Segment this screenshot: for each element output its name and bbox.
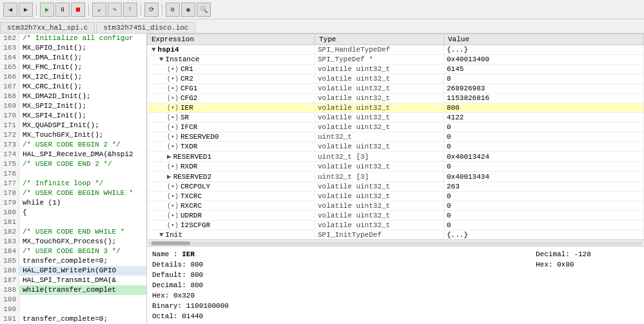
search-btn[interactable]: 🔍 <box>197 3 211 17</box>
table-row[interactable]: (•)SRvolatile uint32_t4122 <box>148 113 644 123</box>
row-prefix-icon: (•) <box>167 203 179 210</box>
expand-icon[interactable]: ▶ <box>167 172 171 181</box>
line-text: HAL_SPI_Transmit_DMA(& <box>19 276 116 285</box>
table-row[interactable]: (•)CFG1volatile uint32_t268926983 <box>148 84 644 94</box>
tab-bar: stm32h7xx_hal_spi.c stm32h745i_disco.ioc <box>0 19 644 34</box>
code-line[interactable]: 174 HAL_SPI_Receive_DMA(&hspi2 <box>0 150 146 159</box>
expr-name: RXDR <box>181 163 197 170</box>
row-prefix-icon: (•) <box>167 193 179 200</box>
detail-default-row: Default: 800 <box>152 270 523 280</box>
table-row[interactable]: (•)I2SCFGRvolatile uint32_t0 <box>148 221 644 230</box>
table-row[interactable]: (•)CFG2volatile uint32_t1153826816 <box>148 94 644 103</box>
code-line[interactable]: 180 { <box>0 208 146 218</box>
code-line[interactable]: 177 /* Infinite loop */ <box>0 179 146 188</box>
expand-icon[interactable]: ▼ <box>151 46 156 54</box>
code-line[interactable]: 189 <box>0 295 146 305</box>
code-line[interactable]: 173 /* USER CODE BEGIN 2 */ <box>0 140 146 150</box>
line-number: 162 <box>0 34 19 43</box>
resume-btn[interactable]: ▶ <box>40 3 54 17</box>
code-line[interactable]: 178 /* USER CODE BEGIN WHILE * <box>0 188 146 198</box>
table-row[interactable]: (•)IFCRvolatile uint32_t0 <box>148 123 644 132</box>
expand-icon[interactable]: ▼ <box>159 56 164 63</box>
code-line[interactable]: 171 MX_QUADSPI_Init(); <box>0 121 146 130</box>
code-line[interactable]: 169 MX_SPI2_Init(); <box>0 101 146 111</box>
expression-table-wrap[interactable]: Expression Type Value ▼hspi4SPI_HandleTy… <box>147 34 644 239</box>
table-row[interactable]: (•)CR2volatile uint32_t8 <box>148 74 644 84</box>
code-scroll[interactable]: 162 /* Initialize all configur163 MX_GPI… <box>0 34 146 324</box>
line-text: MX_FMC_Init(); <box>19 63 82 72</box>
line-number: 174 <box>0 150 19 159</box>
expr-name: RESERVED2 <box>173 173 211 181</box>
expr-value: 0x40013424 <box>444 152 644 162</box>
table-row[interactable]: ▼InstanceSPI_TypeDef *0x40013400 <box>148 55 644 65</box>
code-line[interactable]: 162 /* Initialize all configur <box>0 34 146 43</box>
code-line[interactable]: 165 MX_FMC_Init(); <box>0 63 146 72</box>
back-btn[interactable]: ◀ <box>3 3 17 17</box>
expr-value: {...} <box>444 230 644 240</box>
expand-icon[interactable]: ▶ <box>167 152 171 161</box>
row-prefix-icon: (•) <box>167 76 179 83</box>
expr-value: 268926983 <box>444 84 644 94</box>
expand-icon[interactable]: ▼ <box>159 231 164 239</box>
table-row[interactable]: ▼InitSPI_InitTypeDef{...} <box>148 230 644 240</box>
code-line[interactable]: 167 MX_CRC_Init(); <box>0 82 146 92</box>
tab-hal-spi[interactable]: stm32h7xx_hal_spi.c <box>0 22 95 33</box>
settings-btn[interactable]: ⚙ <box>166 3 180 17</box>
code-line[interactable]: 185 transfer_complete=0; <box>0 256 146 266</box>
code-line[interactable]: 179 while (1) <box>0 198 146 208</box>
table-row[interactable]: ▼hspi4SPI_HandleTypeDef{...} <box>148 45 644 55</box>
step-out-btn[interactable]: ↑ <box>123 3 137 17</box>
table-row[interactable]: (•)IERvolatile uint32_t800 <box>148 103 644 113</box>
step-over-btn[interactable]: ↷ <box>108 3 122 17</box>
table-row[interactable]: (•)TXCRCvolatile uint32_t0 <box>148 192 644 201</box>
line-number: 179 <box>0 198 19 208</box>
table-row[interactable]: ▶RESERVED1uint32_t [3]0x40013424 <box>148 152 644 162</box>
expr-name: TXDR <box>181 143 197 150</box>
table-row[interactable]: (•)CRCPOLYvolatile uint32_t263 <box>148 182 644 192</box>
code-line[interactable]: 170 MX_SPI4_Init(); <box>0 111 146 121</box>
table-row[interactable]: (•)RESERVED0uint32_t0 <box>148 132 644 142</box>
table-row[interactable]: (•)TXDRvolatile uint32_t0 <box>148 142 644 152</box>
code-line[interactable]: 183 MX_TouchGFX_Process(); <box>0 237 146 247</box>
code-line[interactable]: 187 HAL_SPI_Transmit_DMA(& <box>0 276 146 285</box>
table-row[interactable]: (•)RXDRvolatile uint32_t0 <box>148 162 644 172</box>
line-number: 186 <box>0 266 19 276</box>
breakpoints-btn[interactable]: ◉ <box>181 3 195 17</box>
detail-hex2-row: Hex: 0x80 <box>536 259 639 270</box>
code-line[interactable]: 191 transfer_complete=0; <box>0 314 146 324</box>
code-line[interactable]: 188 while(transfer_complet <box>0 285 146 295</box>
code-line[interactable]: 186 HAL_GPIO_WritePin(GPIO <box>0 266 146 276</box>
scroll-thumb[interactable] <box>151 241 190 245</box>
code-line[interactable]: 190 <box>0 305 146 314</box>
table-row[interactable]: ▶RESERVED2uint32_t [3]0x40013434 <box>148 172 644 182</box>
line-text: MX_QUADSPI_Init(); <box>19 121 99 130</box>
code-line[interactable]: 176 <box>0 169 146 179</box>
table-row[interactable]: (•)RXCRCvolatile uint32_t0 <box>148 201 644 211</box>
restart-btn[interactable]: ⟳ <box>144 3 159 17</box>
tab-disco-ioc[interactable]: stm32h745i_disco.ioc <box>96 22 195 33</box>
table-row[interactable]: (•)UDRDRvolatile uint32_t0 <box>148 211 644 221</box>
table-row[interactable]: (•)CR1volatile uint32_t6145 <box>148 65 644 74</box>
code-line[interactable]: 184 /* USER CODE BEGIN 3 */ <box>0 247 146 256</box>
code-line[interactable]: 175 /* USER CODE END 2 */ <box>0 159 146 169</box>
detail-details-row: Details: 800 <box>152 259 523 270</box>
line-number: 176 <box>0 169 19 179</box>
code-line[interactable]: 163 MX_GPIO_Init(); <box>0 43 146 53</box>
code-line[interactable]: 181 <box>0 218 146 227</box>
expr-type: uint32_t [3] <box>315 172 444 182</box>
code-line[interactable]: 168 MX_DMA2D_Init(); <box>0 92 146 101</box>
code-line[interactable]: 164 MX_DMA_Init(); <box>0 53 146 63</box>
stop-btn[interactable]: ⏹ <box>71 3 85 17</box>
code-line[interactable]: 182 /* USER CODE END WHILE * <box>0 227 146 237</box>
pause-btn[interactable]: ⏸ <box>55 3 70 17</box>
fwd-btn[interactable]: ▶ <box>19 3 33 17</box>
step-into-btn[interactable]: ↙ <box>92 3 106 17</box>
hscroll[interactable] <box>147 239 644 246</box>
code-line[interactable]: 166 MX_I2C_Init(); <box>0 72 146 82</box>
expr-name: SR <box>181 114 189 121</box>
line-number: 190 <box>0 305 19 314</box>
code-line[interactable]: 172 MX_TouchGFX_Init(); <box>0 130 146 140</box>
expr-value: 1153826816 <box>444 94 644 103</box>
line-text: MX_DMA_Init(); <box>19 53 82 63</box>
scroll-track <box>148 241 643 245</box>
